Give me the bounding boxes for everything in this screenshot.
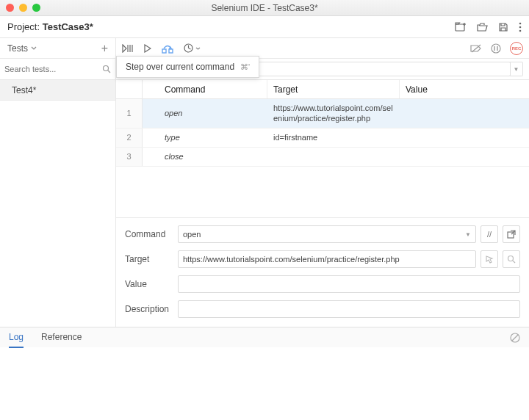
select-target-button[interactable] <box>481 250 498 268</box>
chevron-down-icon <box>195 47 201 50</box>
project-name: TestCase3* <box>43 21 93 32</box>
grid-row[interactable]: 3 close <box>116 148 529 167</box>
svg-point-17 <box>492 44 500 53</box>
pause-on-exception-button[interactable] <box>491 43 501 54</box>
base-url-dropdown[interactable]: ▼ <box>510 62 523 76</box>
value-label: Value <box>125 279 178 289</box>
step-over-tooltip: Step over current command ⌘' <box>116 56 259 78</box>
row-number: 1 <box>116 99 143 128</box>
command-select[interactable]: open ▼ <box>178 225 476 243</box>
grid-row[interactable]: 2 type id=firstname <box>116 128 529 148</box>
speed-control-button[interactable] <box>184 43 201 53</box>
clear-log-icon[interactable] <box>510 333 520 343</box>
add-test-button[interactable]: + <box>101 42 108 55</box>
svg-line-7 <box>108 70 110 73</box>
description-input[interactable] <box>178 300 520 318</box>
description-label: Description <box>125 304 178 314</box>
row-target: https://www.tutorialspoint.com/selenium/… <box>267 99 400 128</box>
svg-line-24 <box>512 335 518 341</box>
svg-point-6 <box>104 66 109 71</box>
row-command: close <box>143 148 267 166</box>
content-area: Tests + Test4* <box>0 38 529 327</box>
tooltip-shortcut: ⌘' <box>240 62 250 72</box>
row-value <box>400 99 529 128</box>
row-number: 3 <box>116 148 143 166</box>
step-over-button[interactable] <box>162 43 173 54</box>
search-icon <box>102 65 111 73</box>
search-tests-input[interactable] <box>4 65 99 73</box>
disable-breakpoints-button[interactable] <box>470 44 482 53</box>
target-label: Target <box>125 254 178 264</box>
value-input[interactable] <box>178 275 520 293</box>
sidebar: Tests + Test4* <box>0 38 116 327</box>
toggle-comment-button[interactable]: // <box>481 225 498 243</box>
window-title: Selenium IDE - TestCase3* <box>0 3 529 13</box>
find-target-button[interactable] <box>503 250 520 268</box>
command-grid: Command Target Value 1 open https://www.… <box>116 80 529 217</box>
row-target: id=firstname <box>267 128 400 147</box>
svg-point-5 <box>519 29 522 32</box>
more-menu-icon[interactable] <box>519 22 522 32</box>
project-bar: Project: TestCase3* <box>0 16 529 38</box>
titlebar: Selenium IDE - TestCase3* <box>0 0 529 16</box>
svg-point-3 <box>519 22 522 24</box>
open-new-window-button[interactable] <box>503 225 520 243</box>
svg-point-21 <box>508 256 514 261</box>
chevron-down-icon <box>31 46 37 50</box>
main-panel: REC Step over current command ⌘' ▼ Comma… <box>116 38 529 327</box>
save-project-icon[interactable] <box>498 22 508 32</box>
row-value <box>400 128 529 147</box>
sidebar-search <box>0 59 115 80</box>
svg-point-4 <box>519 26 522 28</box>
tests-dropdown[interactable]: Tests <box>7 43 37 54</box>
run-all-button[interactable] <box>122 44 134 53</box>
test-list-item[interactable]: Test4* <box>0 80 115 101</box>
reference-tab[interactable]: Reference <box>41 327 82 347</box>
new-project-icon[interactable] <box>455 22 467 32</box>
footer: Log Reference <box>0 327 529 347</box>
record-button[interactable]: REC <box>510 42 523 55</box>
grid-header: Command Target Value <box>116 80 529 99</box>
row-target <box>267 148 400 166</box>
svg-line-15 <box>189 48 191 50</box>
row-command: type <box>143 128 267 147</box>
open-project-icon[interactable] <box>477 22 488 32</box>
row-command: open <box>143 99 267 128</box>
project-label: Project: TestCase3* <box>7 21 93 32</box>
sidebar-header: Tests + <box>0 38 115 59</box>
row-number: 2 <box>116 128 143 147</box>
col-target: Target <box>267 80 400 98</box>
svg-rect-11 <box>162 49 166 53</box>
command-editor: Command open ▼ // Target https://www.tut… <box>116 217 529 327</box>
command-label: Command <box>125 229 178 239</box>
grid-row[interactable]: 1 open https://www.tutorialspoint.com/se… <box>116 99 529 128</box>
log-tab[interactable]: Log <box>9 327 24 348</box>
run-current-button[interactable] <box>144 44 151 53</box>
row-value <box>400 148 529 166</box>
col-command: Command <box>143 80 267 98</box>
chevron-down-icon: ▼ <box>465 231 471 238</box>
col-value: Value <box>400 80 529 98</box>
svg-line-22 <box>513 261 515 263</box>
svg-rect-0 <box>456 24 464 31</box>
target-input[interactable]: https://www.tutorialspoint.com/selenium/… <box>178 250 476 268</box>
svg-rect-12 <box>169 49 173 53</box>
